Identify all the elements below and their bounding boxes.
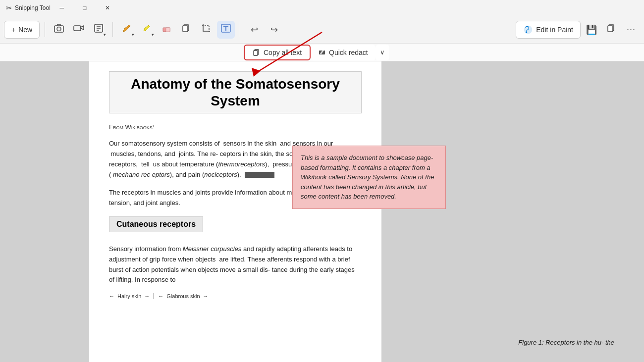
camera-icon: [54, 23, 64, 36]
svg-rect-8: [166, 28, 170, 32]
eraser-icon: [161, 23, 171, 36]
app-title: Snipping Tool: [15, 4, 51, 11]
quick-redact-icon: [318, 49, 326, 56]
maximize-button[interactable]: □: [73, 0, 96, 16]
paint-icon: [523, 25, 533, 35]
quick-redact-button[interactable]: Quick redact: [311, 45, 376, 60]
side-note: This is a sample document to showcase pa…: [292, 146, 446, 209]
toolbar: + New ▾ ▾ ▾: [0, 16, 644, 44]
redo-button[interactable]: ↪: [265, 21, 283, 39]
svg-marker-4: [123, 25, 130, 32]
text-tool-button[interactable]: [217, 21, 235, 39]
copy-all-text-button[interactable]: Copy all text: [244, 45, 311, 60]
svg-rect-15: [608, 26, 613, 32]
new-button[interactable]: + New: [4, 21, 40, 39]
camera-tool-button[interactable]: [50, 21, 68, 39]
copy-tool-button[interactable]: [177, 21, 195, 39]
close-button[interactable]: ✕: [96, 0, 119, 16]
copy2-button[interactable]: [602, 21, 620, 39]
redo-icon: ↪: [270, 24, 278, 35]
section-heading: Cutaneous receptors: [109, 216, 203, 232]
figure-caption-text: Figure 1: Receptors in the hu-: [518, 339, 603, 346]
toolbar-right: Edit in Paint 💾 ···: [516, 21, 640, 39]
left-arrow-2-icon: ←: [158, 293, 163, 299]
glabrous-skin-label: Glabrous skin: [166, 293, 200, 299]
main-content: Anatomy of the Somatosensory System From…: [0, 61, 644, 362]
text-ocr-icon: [220, 23, 231, 36]
save-icon: 💾: [586, 24, 597, 35]
figure-the-word: the: [605, 339, 614, 346]
shape-tool-button[interactable]: ▾: [90, 21, 107, 39]
right-arrow-icon: →: [144, 293, 150, 299]
crop-icon: [201, 23, 211, 36]
copy-icon: [181, 23, 191, 36]
pen-tool-button[interactable]: ▾: [118, 21, 136, 39]
crop-tool-button[interactable]: [197, 21, 215, 39]
figure-caption: Figure 1: Receptors in the hu- the: [518, 339, 614, 346]
svg-point-1: [57, 27, 61, 31]
hairy-skin-label: Hairy skin: [117, 293, 141, 299]
copy-all-text-icon: [253, 49, 261, 56]
minimize-button[interactable]: ─: [51, 0, 73, 16]
left-arrow-icon: ←: [109, 293, 114, 299]
document-title: Anatomy of the Somatosensory System: [109, 71, 362, 113]
copy-all-text-label: Copy all text: [264, 49, 302, 56]
svg-rect-17: [254, 51, 258, 55]
video-tool-button[interactable]: [70, 21, 88, 39]
diagram-strip: ← Hairy skin → ← Glabrous skin →: [109, 293, 362, 299]
toolbar-separator-1: [45, 22, 45, 37]
document-page: Anatomy of the Somatosensory System From…: [89, 61, 381, 362]
app-icon: ✂: [6, 4, 12, 12]
quick-redact-label: Quick redact: [329, 49, 368, 56]
edit-paint-label: Edit in Paint: [536, 26, 573, 34]
shape-icon: [93, 23, 104, 36]
highlighter-tool-button[interactable]: ▾: [138, 21, 156, 39]
svg-rect-2: [74, 26, 81, 31]
ocr-chevron-button[interactable]: ∨: [376, 45, 389, 60]
pen-chevron-icon: ▾: [132, 32, 134, 37]
svg-point-13: [526, 31, 527, 33]
title-bar: ✂ Snipping Tool ─ □ ✕: [0, 0, 644, 16]
highlighter-chevron-icon: ▾: [152, 32, 154, 37]
document-paragraph-3: Sensory information from Meissner corpus…: [109, 244, 362, 285]
highlighter-icon: [142, 23, 152, 36]
svg-marker-6: [144, 25, 150, 31]
pen-icon: [122, 23, 132, 36]
new-plus-icon: +: [11, 26, 15, 34]
edit-in-paint-button[interactable]: Edit in Paint: [516, 21, 581, 39]
svg-rect-10: [183, 26, 188, 32]
chevron-down-icon: ∨: [380, 49, 385, 56]
copy2-icon: [606, 23, 616, 36]
ocr-bar: Copy all text Quick redact ∨: [0, 44, 644, 61]
video-icon: [73, 23, 84, 36]
undo-icon: ↩: [251, 24, 258, 35]
right-arrow-2-icon: →: [203, 293, 209, 299]
toolbar-separator-3: [240, 22, 240, 37]
divider-line: [154, 293, 154, 299]
undo-button[interactable]: ↩: [245, 21, 263, 39]
document-subtitle: From Wikibooks¹: [109, 123, 362, 131]
more-button[interactable]: ···: [622, 21, 640, 39]
eraser-tool-button[interactable]: [158, 21, 175, 39]
save-button[interactable]: 💾: [583, 21, 600, 39]
shape-chevron-icon: ▾: [104, 32, 106, 37]
new-label: New: [18, 26, 32, 34]
redaction-bar: [245, 172, 274, 178]
window-controls: ─ □ ✕: [51, 0, 119, 16]
toolbar-separator-2: [112, 22, 113, 37]
more-icon: ···: [627, 24, 636, 35]
